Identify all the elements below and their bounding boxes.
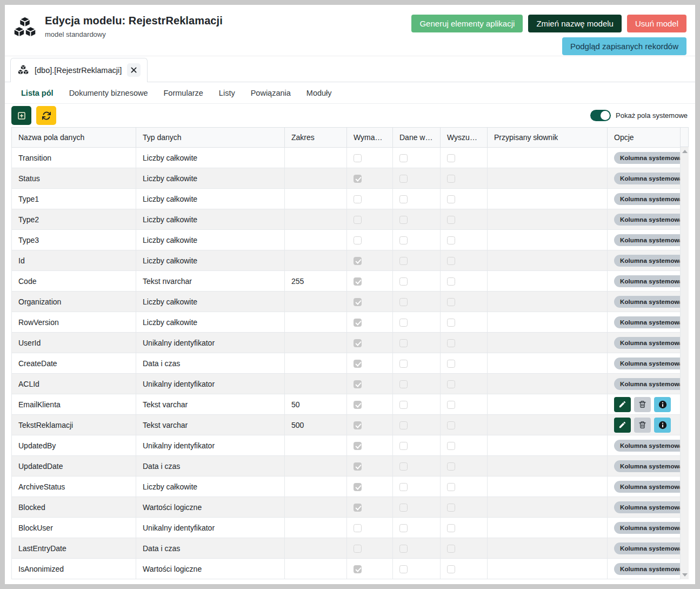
required-checkbox[interactable]: [354, 154, 362, 162]
searchable-checkbox[interactable]: [447, 360, 455, 368]
generate-app-elements-button[interactable]: Generuj elementy aplikacji: [411, 15, 523, 32]
sensitive-checkbox[interactable]: [399, 483, 408, 491]
scroll-up-icon[interactable]: [682, 150, 688, 153]
delete-field-button[interactable]: [634, 397, 651, 412]
close-tab-button[interactable]: [127, 63, 141, 77]
model-tab[interactable]: [dbo].[RejestrReklamacji]: [10, 58, 148, 82]
field-range-cell: [285, 209, 347, 230]
col-header-sensitive: Dane wra...: [393, 128, 441, 148]
field-options-cell: Kolumna systemowa: [608, 271, 681, 292]
sensitive-checkbox[interactable]: [399, 565, 408, 573]
scrollbar-track[interactable]: [681, 147, 689, 579]
info-field-button[interactable]: [654, 418, 671, 433]
searchable-checkbox[interactable]: [447, 442, 455, 450]
required-checkbox[interactable]: [354, 195, 362, 203]
sensitive-checkbox[interactable]: [399, 545, 408, 553]
field-options-cell: Kolumna systemowa: [608, 518, 681, 538]
searchable-checkbox[interactable]: [447, 545, 455, 553]
searchable-checkbox[interactable]: [447, 462, 455, 471]
searchable-checkbox[interactable]: [447, 524, 455, 532]
required-checkbox[interactable]: [354, 524, 362, 532]
sensitive-checkbox[interactable]: [399, 504, 408, 512]
sensitive-checkbox[interactable]: [399, 216, 408, 224]
searchable-checkbox[interactable]: [447, 175, 455, 183]
field-range-cell: [285, 189, 347, 209]
required-checkbox[interactable]: [354, 216, 362, 224]
page-title: Edycja modelu: RejestrReklamacji: [45, 15, 223, 27]
searchable-checkbox[interactable]: [447, 236, 455, 244]
sensitive-checkbox[interactable]: [399, 462, 408, 471]
tab-lista-pol[interactable]: Lista pól: [21, 89, 54, 97]
required-checkbox[interactable]: [354, 462, 362, 471]
searchable-checkbox[interactable]: [447, 339, 455, 347]
required-checkbox[interactable]: [354, 421, 362, 429]
tab-powiazania[interactable]: Powiązania: [251, 89, 291, 97]
tab-moduly[interactable]: Moduły: [306, 89, 332, 97]
sensitive-checkbox[interactable]: [399, 421, 408, 429]
field-options-cell: Kolumna systemowa: [608, 456, 681, 477]
delete-model-button[interactable]: Usuń model: [627, 15, 686, 32]
required-checkbox[interactable]: [354, 504, 362, 512]
searchable-checkbox[interactable]: [447, 195, 455, 203]
sensitive-checkbox[interactable]: [399, 401, 408, 409]
searchable-checkbox[interactable]: [447, 216, 455, 224]
searchable-checkbox[interactable]: [447, 319, 455, 327]
system-fields-toggle[interactable]: [590, 110, 611, 121]
searchable-checkbox[interactable]: [447, 154, 455, 162]
preview-records-button[interactable]: Podgląd zapisanych rekordów: [562, 37, 686, 55]
system-column-badge: Kolumna systemowa: [614, 481, 681, 493]
sensitive-checkbox[interactable]: [399, 298, 408, 306]
required-checkbox[interactable]: [354, 277, 362, 286]
required-checkbox[interactable]: [354, 319, 362, 327]
required-checkbox[interactable]: [354, 380, 362, 388]
required-checkbox[interactable]: [354, 442, 362, 450]
required-checkbox[interactable]: [354, 257, 362, 265]
rename-model-button[interactable]: Zmień nazwę modelu: [528, 15, 622, 32]
info-field-button[interactable]: [654, 397, 671, 412]
searchable-checkbox[interactable]: [447, 504, 455, 512]
required-checkbox[interactable]: [354, 175, 362, 183]
required-checkbox[interactable]: [354, 236, 362, 244]
scroll-down-icon[interactable]: [682, 573, 688, 577]
sensitive-checkbox[interactable]: [399, 257, 408, 265]
required-checkbox[interactable]: [354, 565, 362, 573]
sensitive-checkbox[interactable]: [399, 442, 408, 450]
add-field-button[interactable]: [11, 106, 31, 125]
searchable-checkbox[interactable]: [447, 257, 455, 265]
table-row: TekstReklamacji Tekst varchar 500: [12, 415, 681, 435]
table-row: Organization Liczby całkowite Kolumna sy…: [12, 292, 681, 312]
tab-listy[interactable]: Listy: [219, 89, 235, 97]
sensitive-checkbox[interactable]: [399, 339, 408, 347]
sensitive-checkbox[interactable]: [399, 277, 408, 286]
refresh-button[interactable]: [36, 106, 56, 125]
required-checkbox[interactable]: [354, 298, 362, 306]
tab-formularze[interactable]: Formularze: [164, 89, 203, 97]
edit-field-button[interactable]: [614, 397, 631, 412]
required-checkbox[interactable]: [354, 401, 362, 409]
searchable-checkbox[interactable]: [447, 483, 455, 491]
delete-field-button[interactable]: [634, 418, 651, 433]
searchable-checkbox[interactable]: [447, 421, 455, 429]
sensitive-checkbox[interactable]: [399, 319, 408, 327]
required-checkbox[interactable]: [354, 360, 362, 368]
sensitive-checkbox[interactable]: [399, 380, 408, 388]
required-checkbox[interactable]: [354, 339, 362, 347]
vertical-scrollbar[interactable]: [681, 127, 689, 579]
sensitive-checkbox[interactable]: [399, 524, 408, 532]
searchable-checkbox[interactable]: [447, 401, 455, 409]
edit-field-button[interactable]: [614, 418, 631, 433]
sensitive-checkbox[interactable]: [399, 195, 408, 203]
sensitive-checkbox[interactable]: [399, 154, 408, 162]
field-name-cell: UpdatedBy: [12, 435, 136, 456]
tab-dokumenty-biznesowe[interactable]: Dokumenty biznesowe: [69, 89, 148, 97]
searchable-checkbox[interactable]: [447, 298, 455, 306]
sensitive-checkbox[interactable]: [399, 236, 408, 244]
required-checkbox[interactable]: [354, 545, 362, 553]
sensitive-checkbox[interactable]: [399, 175, 408, 183]
sensitive-checkbox[interactable]: [399, 360, 408, 368]
searchable-checkbox[interactable]: [447, 277, 455, 286]
searchable-checkbox[interactable]: [447, 380, 455, 388]
field-options-cell: [608, 415, 681, 435]
searchable-checkbox[interactable]: [447, 565, 455, 573]
required-checkbox[interactable]: [354, 483, 362, 491]
